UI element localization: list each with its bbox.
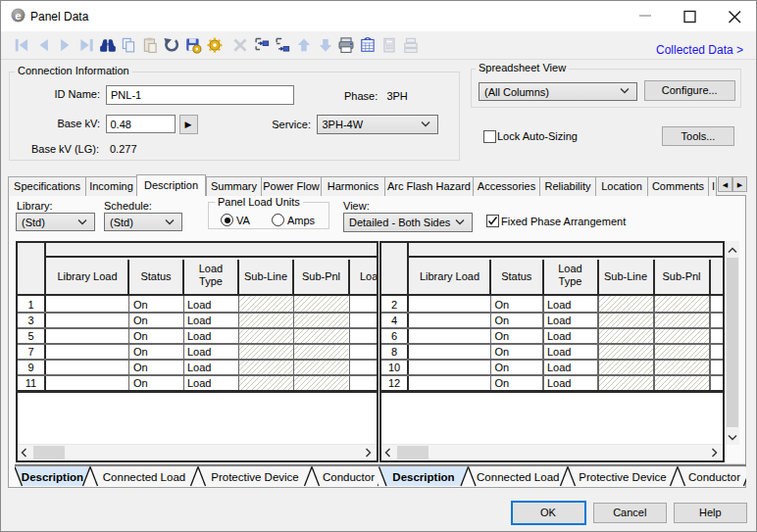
svg-text:Protective Device: Protective Device (579, 471, 666, 483)
svg-text:e: e (15, 10, 21, 22)
svg-text:Connected Load: Connected Load (103, 471, 185, 483)
svg-text:Conductor: Conductor (688, 471, 740, 483)
svg-text:Description: Description (22, 471, 83, 483)
svg-text:Conductor: Conductor (323, 471, 375, 483)
svg-text:Description: Description (392, 471, 454, 483)
svg-text:Protective Device: Protective Device (211, 471, 298, 483)
svg-text:Connected Load: Connected Load (477, 471, 559, 483)
